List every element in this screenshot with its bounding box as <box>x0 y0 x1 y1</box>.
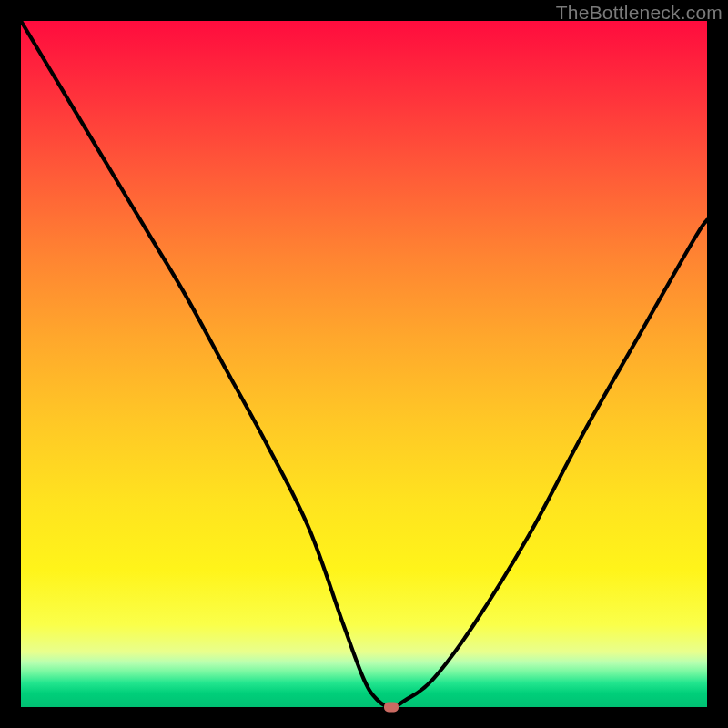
chart-frame: TheBottleneck.com <box>0 0 728 728</box>
attribution-text: TheBottleneck.com <box>556 2 723 24</box>
minimum-marker <box>384 703 399 713</box>
plot-area <box>21 21 707 707</box>
bottleneck-curve <box>21 21 707 707</box>
